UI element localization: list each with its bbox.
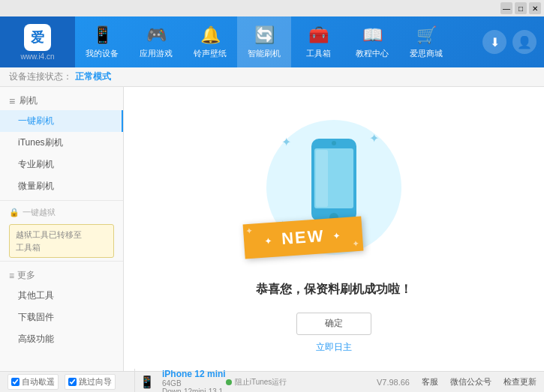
- sidebar-item-advanced[interactable]: 高级功能: [0, 328, 123, 350]
- check-update-link[interactable]: 检查更新: [503, 376, 536, 388]
- sidebar-item-download-firmware[interactable]: 下载固件: [0, 307, 123, 328]
- success-text: 恭喜您，保资料刷机成功啦！: [256, 282, 412, 298]
- new-tag-label: ✦ NEW ✦: [243, 216, 363, 259]
- itunes-status-dot: [226, 379, 232, 385]
- nav-label-ringtone: 铃声壁纸: [194, 48, 227, 59]
- smart-flash-icon: 🔄: [254, 25, 275, 45]
- sidebar-item-other-tools[interactable]: 其他工具: [0, 285, 123, 307]
- version-text: V7.98.66: [377, 378, 410, 387]
- skip-wizard-input[interactable]: [68, 378, 77, 386]
- content-area: ✦ ✦ ✦ ✦: [124, 87, 544, 371]
- restart-link[interactable]: 立即日主: [316, 341, 352, 354]
- flash-section-label: 刷机: [20, 94, 38, 107]
- auto-connect-checkbox[interactable]: 自动歇遥: [8, 374, 59, 390]
- my-device-icon: 📱: [92, 25, 113, 45]
- bottom-bar: 自动歇遥 跳过向导 📱 iPhone 12 mini 64GB Down-12m…: [0, 371, 544, 392]
- title-bar: — □ ✕: [0, 0, 544, 16]
- nav-label-apps-games: 应用游戏: [140, 48, 173, 59]
- sidebar-item-pro-flash[interactable]: 专业刷机: [0, 154, 123, 175]
- bottom-checkboxes: 自动歇遥 跳过向导: [8, 374, 131, 390]
- sidebar: ≡ 刷机 一键刷机 iTunes刷机 专业刷机 微量刷机 🔒 一键越狱 越狱工具…: [0, 87, 124, 371]
- bottom-right: V7.98.66 客服 微信公众号 检查更新: [377, 376, 536, 388]
- nav-item-my-device[interactable]: 📱 我的设备: [75, 16, 129, 67]
- minimize-button[interactable]: —: [500, 2, 512, 14]
- nav-item-apps-games[interactable]: 🎮 应用游戏: [129, 16, 183, 67]
- logo-url: www.i4.cn: [20, 52, 54, 61]
- jailbreak-notice: 越狱工具已转移至工具箱: [9, 224, 114, 258]
- shop-icon: 🛒: [416, 25, 437, 45]
- phone-icon: 📱: [140, 375, 155, 389]
- confirm-button[interactable]: 确定: [296, 313, 371, 335]
- svg-rect-4: [316, 150, 328, 207]
- ringtone-icon: 🔔: [200, 25, 221, 45]
- nav-item-toolbox[interactable]: 🧰 工具箱: [291, 16, 345, 67]
- svg-point-3: [332, 141, 336, 145]
- sidebar-divider-2: [0, 261, 123, 262]
- customer-service-link[interactable]: 客服: [422, 376, 438, 388]
- flash-section-icon: ≡: [9, 95, 15, 107]
- main-layout: ≡ 刷机 一键刷机 iTunes刷机 专业刷机 微量刷机 🔒 一键越狱 越狱工具…: [0, 87, 544, 371]
- lock-icon: 🔒: [9, 208, 20, 217]
- wechat-link[interactable]: 微信公众号: [450, 376, 491, 388]
- itunes-status-label: 阻止iTunes运行: [235, 377, 287, 388]
- flash-section-header: ≡ 刷机: [0, 90, 123, 110]
- sidebar-item-one-click-flash[interactable]: 一键刷机: [0, 110, 123, 132]
- status-value: 正常模式: [75, 70, 111, 83]
- device-name: iPhone 12 mini: [162, 369, 226, 379]
- sidebar-item-micro-flash[interactable]: 微量刷机: [0, 175, 123, 197]
- more-section-header: ≡ 更多: [0, 265, 123, 285]
- logo-icon: 爱: [24, 24, 51, 51]
- nav-item-smart-flash[interactable]: 🔄 智能刷机: [237, 16, 291, 67]
- status-bar: 设备连接状态： 正常模式: [0, 67, 544, 87]
- tutorial-icon: 📖: [362, 25, 383, 45]
- sidebar-divider-1: [0, 200, 123, 201]
- more-icon: ≡: [9, 271, 14, 281]
- sidebar-item-itunes-flash[interactable]: iTunes刷机: [0, 132, 123, 154]
- more-section-label: 更多: [17, 269, 35, 282]
- user-button[interactable]: 👤: [512, 30, 536, 54]
- skip-wizard-checkbox[interactable]: 跳过向导: [65, 374, 116, 390]
- success-illustration: ✦ ✦ ✦ ✦: [259, 105, 409, 270]
- auto-connect-input[interactable]: [11, 378, 20, 386]
- logo[interactable]: 爱 www.i4.cn: [0, 16, 75, 67]
- toolbox-icon: 🧰: [308, 25, 329, 45]
- nav-item-ringtone[interactable]: 🔔 铃声壁纸: [183, 16, 237, 67]
- sparkle-icon-1: ✦: [281, 135, 291, 149]
- device-section: 📱 iPhone 12 mini 64GB Down-12mini-13,1: [134, 369, 226, 393]
- nav-label-shop: 爱思商城: [410, 48, 443, 59]
- status-label: 设备连接状态：: [9, 70, 72, 83]
- maximize-button[interactable]: □: [515, 2, 527, 14]
- nav-items: 📱 我的设备 🎮 应用游戏 🔔 铃声壁纸 🔄 智能刷机 🧰 工具箱 📖 教程中心…: [75, 16, 482, 67]
- nav-label-my-device: 我的设备: [86, 48, 119, 59]
- jailbreak-header: 一键越狱: [23, 207, 56, 218]
- close-button[interactable]: ✕: [529, 2, 541, 14]
- auto-connect-label: 自动歇遥: [22, 376, 55, 388]
- nav-item-shop[interactable]: 🛒 爱思商城: [399, 16, 453, 67]
- device-storage: 64GB: [162, 379, 226, 388]
- skip-wizard-label: 跳过向导: [79, 376, 112, 388]
- bottom-mid: 阻止iTunes运行: [226, 377, 377, 388]
- device-info: iPhone 12 mini 64GB Down-12mini-13,1: [162, 369, 226, 393]
- header: 爱 www.i4.cn 📱 我的设备 🎮 应用游戏 🔔 铃声壁纸 🔄 智能刷机 …: [0, 16, 544, 67]
- new-banner: ✦ NEW ✦: [244, 220, 362, 255]
- nav-label-tutorial: 教程中心: [356, 48, 389, 59]
- download-button[interactable]: ⬇: [482, 30, 506, 54]
- itunes-status: 阻止iTunes运行: [226, 377, 377, 388]
- apps-games-icon: 🎮: [146, 25, 167, 45]
- sparkle-icon-2: ✦: [369, 131, 379, 145]
- device-model: Down-12mini-13,1: [162, 388, 226, 393]
- nav-label-toolbox: 工具箱: [306, 48, 331, 59]
- nav-item-tutorial[interactable]: 📖 教程中心: [345, 16, 399, 67]
- nav-right: ⬇ 👤: [482, 30, 544, 54]
- nav-label-smart-flash: 智能刷机: [248, 48, 281, 59]
